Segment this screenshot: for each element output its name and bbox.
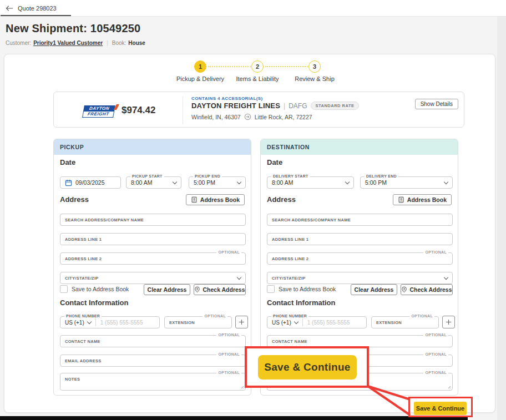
- search-address-label: SEARCH ADDRESS/COMPANY NAME: [272, 217, 351, 222]
- optional-tag: OPTIONAL: [423, 352, 448, 356]
- show-details-button[interactable]: Show Details: [415, 99, 458, 109]
- back-arrow-icon[interactable]: [6, 5, 13, 12]
- carrier-card-divider: [183, 97, 183, 124]
- address-line1-label: ADDRESS LINE 1: [272, 237, 308, 242]
- pickup-clear-address-button[interactable]: Clear Address: [144, 284, 190, 295]
- destination-address-book-button[interactable]: Address Book: [393, 194, 452, 205]
- page-gutter: [497, 17, 506, 420]
- pickup-contact-heading: Contact Information: [60, 298, 129, 307]
- pickup-save-to-book-checkbox[interactable]: [60, 285, 68, 293]
- pickup-notes-textarea[interactable]: OPTIONAL NOTES: [60, 373, 246, 391]
- logo-bottom-text: FREIGHT: [82, 112, 114, 118]
- optional-tag: OPTIONAL: [216, 250, 241, 254]
- destination-address-line2-field[interactable]: OPTIONAL ADDRESS LINE 2: [267, 252, 453, 265]
- field-divider: [95, 318, 96, 326]
- stepper-connector-2: [265, 66, 308, 67]
- pickup-address-book-button[interactable]: Address Book: [186, 194, 245, 205]
- destination-contact-name-field[interactable]: OPTIONAL CONTACT NAME: [267, 335, 453, 347]
- destination-save-to-book-row: Save to Address Book: [267, 285, 336, 293]
- window-bottom-edge: [0, 416, 468, 420]
- pickup-city-state-zip-select[interactable]: CITY/STATE/ZIP: [60, 272, 246, 284]
- pickup-start-select[interactable]: PICKUP START 8:00 AM: [126, 176, 181, 189]
- pickup-check-address-button[interactable]: Check Address: [194, 284, 246, 295]
- optional-tag: OPTIONAL: [216, 371, 241, 375]
- step-1-circle[interactable]: 1: [194, 60, 206, 73]
- extension-label: EXTENSION: [376, 320, 402, 325]
- address-book-label: Address Book: [407, 196, 447, 203]
- carrier-name: DAYTON FREIGHT LINES: [191, 102, 280, 110]
- pickup-phone-field[interactable]: PHONE NUMBER US (+1): [60, 316, 160, 328]
- optional-tag: OPTIONAL: [216, 333, 241, 337]
- page-header: New Shipment: 10549250 Customer: Priorit…: [6, 22, 145, 46]
- destination-clear-address-button[interactable]: Clear Address: [351, 284, 397, 295]
- calendar-icon[interactable]: [65, 179, 72, 186]
- person-pin-icon: [194, 286, 200, 293]
- city-state-zip-label: CITY/STATE/ZIP: [65, 276, 99, 281]
- pickup-date-field[interactable]: [60, 176, 121, 189]
- address-book-icon: [398, 196, 404, 203]
- pickup-end-select[interactable]: PICKUP END 5:00 PM: [189, 176, 246, 189]
- contact-name-label: CONTACT NAME: [272, 339, 307, 344]
- delivery-start-label: DELIVERY START: [271, 174, 310, 178]
- pickup-extension-field[interactable]: OPTIONAL EXTENSION: [164, 316, 232, 328]
- address-line1-label: ADDRESS LINE 1: [65, 237, 102, 242]
- destination-phone-input[interactable]: [307, 320, 358, 326]
- delivery-end-select[interactable]: DELIVERY END 5:00 PM: [360, 176, 453, 189]
- address-line2-label: ADDRESS LINE 2: [272, 256, 308, 261]
- country-code-select[interactable]: US (+1): [65, 320, 84, 326]
- pickup-contact-name-field[interactable]: OPTIONAL CONTACT NAME: [60, 335, 246, 347]
- plus-icon: [239, 319, 245, 325]
- save-to-book-label: Save to Address Book: [279, 286, 336, 292]
- chevron-down-icon: [345, 179, 350, 184]
- destination-phone-field[interactable]: PHONE NUMBER US (+1): [267, 316, 367, 328]
- pickup-email-field[interactable]: OPTIONAL EMAIL ADDRESS: [60, 355, 246, 367]
- destination-date-heading: Date: [267, 158, 282, 166]
- destination-contact-heading: Contact Information: [267, 298, 336, 307]
- country-code-select[interactable]: US (+1): [272, 320, 291, 326]
- stepper-connector-1: [208, 66, 251, 67]
- destination-search-address-field[interactable]: SEARCH ADDRESS/COMPANY NAME: [267, 214, 453, 226]
- chevron-down-icon: [294, 319, 298, 323]
- delivery-start-select[interactable]: DELIVERY START 8:00 AM: [267, 176, 354, 189]
- page-title: New Shipment: 10549250: [6, 22, 145, 35]
- route-row: Winfield, IN, 46307 Little Rock, AR, 722…: [191, 113, 312, 120]
- pickup-add-phone-button[interactable]: [235, 316, 248, 328]
- destination-extension-field[interactable]: OPTIONAL EXTENSION: [371, 316, 439, 328]
- pickup-address-line1-field[interactable]: ADDRESS LINE 1: [60, 233, 246, 245]
- pickup-phone-input[interactable]: [100, 320, 151, 326]
- pickup-date-heading: Date: [60, 158, 75, 166]
- quote-breadcrumb[interactable]: Quote 298023: [18, 5, 57, 12]
- optional-tag: OPTIONAL: [423, 371, 448, 375]
- delivery-end-label: DELIVERY END: [365, 174, 398, 178]
- destination-address-line1-field[interactable]: ADDRESS LINE 1: [267, 233, 453, 245]
- optional-tag: OPTIONAL: [423, 333, 448, 337]
- chevron-down-icon: [87, 319, 91, 323]
- step-1-label: Pickup & Delivery: [167, 75, 234, 82]
- book-label: Book:: [112, 40, 126, 46]
- destination-city-state-zip-select[interactable]: CITY/STATE/ZIP: [267, 272, 453, 284]
- shipment-id: 10549250: [90, 22, 141, 34]
- pickup-search-address-field[interactable]: SEARCH ADDRESS/COMPANY NAME: [60, 214, 246, 226]
- customer-name-link[interactable]: Priority1 Valued Customer: [33, 40, 103, 46]
- destination-add-phone-button[interactable]: [442, 316, 455, 328]
- step-2-circle[interactable]: 2: [251, 60, 264, 73]
- pickup-date-input[interactable]: [75, 179, 120, 186]
- pickup-end-value: 5:00 PM: [194, 179, 215, 186]
- carrier-name-row: DAYTON FREIGHT LINES | DAFG STANDARD RAT…: [191, 102, 359, 110]
- pickup-address-line2-field[interactable]: OPTIONAL ADDRESS LINE 2: [60, 252, 246, 265]
- check-address-label: Check Address: [409, 286, 452, 293]
- destination-save-to-book-checkbox[interactable]: [267, 285, 275, 293]
- save-and-continue-zoomed-button[interactable]: Save & Continue: [258, 355, 357, 379]
- resize-handle-icon[interactable]: [240, 384, 244, 389]
- resize-handle-icon[interactable]: [447, 384, 451, 389]
- rate-badge: STANDARD RATE: [311, 102, 360, 110]
- annotation-highlight-box: [408, 397, 473, 417]
- top-bar: Quote 298023: [0, 0, 506, 17]
- destination-address-heading: Address: [267, 195, 296, 204]
- route-destination: Little Rock, AR, 72227: [255, 114, 312, 120]
- optional-tag: OPTIONAL: [409, 314, 434, 318]
- step-3-circle[interactable]: 3: [308, 60, 321, 73]
- save-to-book-label: Save to Address Book: [72, 286, 129, 292]
- destination-check-address-button[interactable]: Check Address: [401, 284, 453, 295]
- book-value: House: [128, 40, 145, 46]
